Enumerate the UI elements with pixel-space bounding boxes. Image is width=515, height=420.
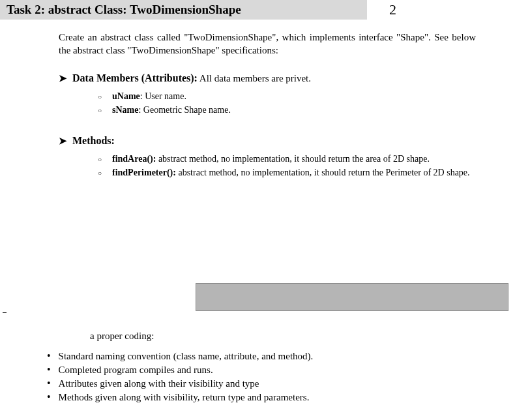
dot-bullet-icon: • <box>47 350 51 362</box>
list-item: ○ findArea(): abstract method, no implem… <box>98 153 495 166</box>
method-desc: abstract method, no implementation, it s… <box>176 168 470 177</box>
dot-bullet-icon: • <box>47 377 51 389</box>
methods-list: ○ findArea(): abstract method, no implem… <box>98 153 495 179</box>
header-row: Task 2: abstract Class: TwoDimensionShap… <box>0 0 515 20</box>
list-item: • Completed program compiles and runs. <box>47 363 502 377</box>
methods-section: ➤ Methods: ○ findArea(): abstract method… <box>59 135 495 179</box>
intro-paragraph: Create an abstract class called "TwoDime… <box>59 31 476 57</box>
footer-point-text: Methods given along with visibility, ret… <box>59 391 310 404</box>
footer-point-text: Attributes given along with their visibi… <box>59 377 259 391</box>
left-border-mark <box>3 280 7 313</box>
list-item: ○ findPerimeter(): abstract method, no i… <box>98 167 495 179</box>
footer-point-text: Standard naming convention (class name, … <box>59 350 314 363</box>
method-name: findPerimeter(): <box>112 168 176 177</box>
task-title: Task 2: abstract Class: TwoDimensionShap… <box>0 0 367 20</box>
dot-bullet-icon: • <box>47 363 51 376</box>
attribute-desc: : User name. <box>140 91 186 101</box>
arrow-icon: ➤ <box>59 72 67 84</box>
circle-bullet-icon: ○ <box>98 106 106 115</box>
gray-rectangle <box>196 283 508 311</box>
method-name: findArea(): <box>112 154 156 164</box>
list-item: ○ uName: User name. <box>98 91 495 103</box>
data-members-subtitle: All data members are privet. <box>198 73 311 83</box>
arrow-icon: ➤ <box>59 135 67 147</box>
list-item: ○ sName: Geometric Shape name. <box>98 104 495 117</box>
page-number: 2 <box>389 1 396 18</box>
list-item: • Standard naming convention (class name… <box>47 350 502 363</box>
methods-heading: ➤ Methods: <box>59 135 495 147</box>
circle-bullet-icon: ○ <box>98 155 106 164</box>
attribute-name: sName <box>112 105 138 115</box>
dot-bullet-icon: • <box>47 391 51 403</box>
data-members-section: ➤ Data Members (Attributes): All data me… <box>59 72 495 117</box>
footer-point-text: Completed program compiles and runs. <box>59 363 213 377</box>
method-desc: abstract method, no implementation, it s… <box>156 154 430 164</box>
attribute-desc: : Geometric Shape name. <box>138 105 231 115</box>
proper-coding-label: a proper coding: <box>90 331 154 342</box>
data-members-heading: ➤ Data Members (Attributes): All data me… <box>59 72 495 84</box>
methods-title: Methods: <box>72 135 115 147</box>
circle-bullet-icon: ○ <box>98 169 106 178</box>
footer-list: • Standard naming convention (class name… <box>47 350 502 404</box>
attribute-name: uName <box>112 91 140 101</box>
list-item: • Attributes given along with their visi… <box>47 377 502 391</box>
list-item: • Methods given along with visibility, r… <box>47 391 502 404</box>
circle-bullet-icon: ○ <box>98 93 106 102</box>
data-members-title: Data Members (Attributes): <box>72 72 198 83</box>
data-members-list: ○ uName: User name. ○ sName: Geometric S… <box>98 91 495 117</box>
